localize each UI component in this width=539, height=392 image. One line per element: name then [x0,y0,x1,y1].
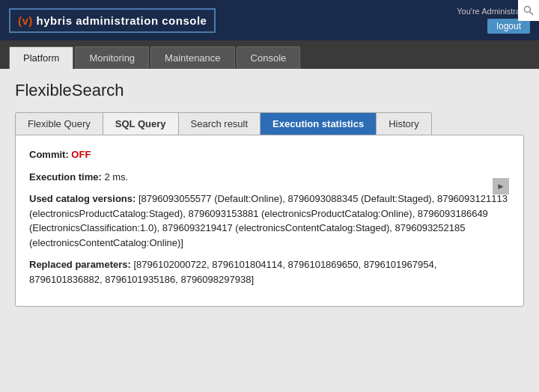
logout-button[interactable]: logout [487,19,530,34]
catalog-row: Used catalog versions: [8796093055577 (D… [29,192,510,250]
main-content: FlexibleSearch ► Flexible Query SQL Quer… [0,69,539,392]
page-title: FlexibleSearch [15,81,524,100]
nav-bar: Platform Monitoring Maintenance Console [0,40,539,69]
app-logo: (v) hybris administration console [9,8,216,33]
nav-tab-maintenance[interactable]: Maintenance [150,46,234,69]
logo-bracket: (v) [18,14,33,27]
tab-sql-query[interactable]: SQL Query [103,113,179,135]
app-header: (v) hybris administration console You're… [0,0,539,40]
logo-text: hybris administration console [37,14,207,27]
commit-row: Commit: OFF [29,147,510,162]
exec-time-row: Execution time: 2 ms. [29,170,510,185]
catalog-label: Used catalog versions: [29,193,135,204]
commit-value: OFF [71,149,91,160]
exec-time-value: 2 ms. [104,171,128,183]
search-icon-area[interactable] [518,0,539,21]
replaced-label: Replaced parameters: [29,259,131,270]
replaced-row: Replaced parameters: [8796102000722, 879… [29,257,510,287]
execution-stats-panel: Commit: OFF Execution time: 2 ms. Used c… [15,135,524,307]
exec-time-label: Execution time: [29,171,102,183]
nav-tab-platform[interactable]: Platform [9,46,73,69]
nav-tab-console[interactable]: Console [237,46,301,69]
svg-line-1 [530,12,534,16]
tab-execution-statistics[interactable]: Execution statistics [261,113,377,135]
collapse-button[interactable]: ► [493,178,509,195]
tab-search-result[interactable]: Search result [179,113,261,135]
tab-bar: Flexible Query SQL Query Search result E… [15,112,432,135]
search-icon [523,5,534,16]
commit-label: Commit: [29,149,69,160]
content-area: FlexibleSearch ► Flexible Query SQL Quer… [15,81,524,307]
svg-point-0 [525,7,531,13]
tab-history[interactable]: History [377,113,430,135]
tab-flexible-query[interactable]: Flexible Query [16,113,103,135]
nav-tab-monitoring[interactable]: Monitoring [75,46,149,69]
